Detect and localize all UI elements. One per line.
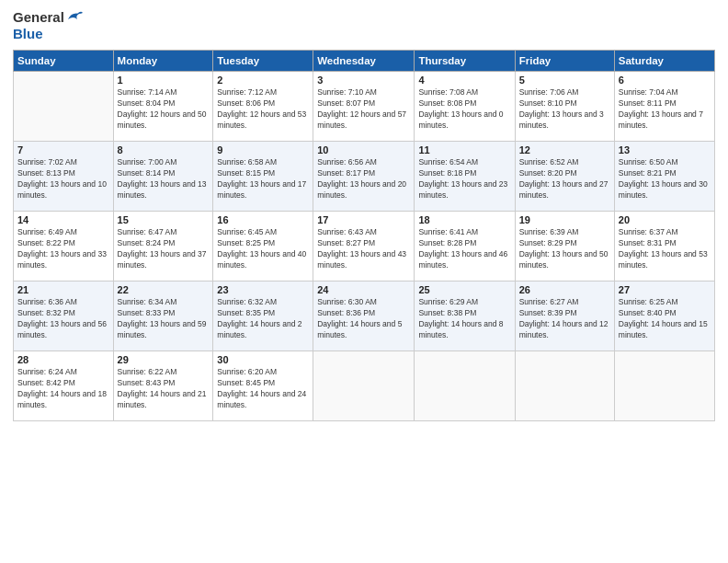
logo-bird-icon <box>66 8 83 25</box>
day-info: Sunrise: 6:58 AMSunset: 8:15 PMDaylight:… <box>217 157 306 200</box>
day-info: Sunrise: 6:25 AMSunset: 8:40 PMDaylight:… <box>619 297 708 339</box>
day-number: 29 <box>118 354 210 365</box>
calendar-week-row: 21 Sunrise: 6:36 AMSunset: 8:32 PMDaylig… <box>14 282 715 351</box>
calendar-cell: 2 Sunrise: 7:12 AMSunset: 8:06 PMDayligh… <box>213 72 313 142</box>
calendar-cell: 11 Sunrise: 6:54 AMSunset: 8:18 PMDaylig… <box>415 142 515 212</box>
day-info: Sunrise: 6:52 AMSunset: 8:20 PMDaylight:… <box>519 157 609 200</box>
header-row: SundayMondayTuesdayWednesdayThursdayFrid… <box>14 51 715 72</box>
calendar-cell: 6 Sunrise: 7:04 AMSunset: 8:11 PMDayligh… <box>614 72 714 142</box>
day-info: Sunrise: 7:10 AMSunset: 8:07 PMDaylight:… <box>317 87 406 130</box>
day-header: Saturday <box>614 51 714 72</box>
header: General Blue <box>13 9 715 42</box>
calendar-cell: 14 Sunrise: 6:49 AMSunset: 8:22 PMDaylig… <box>14 212 114 282</box>
logo-general-text2: General <box>13 9 64 26</box>
calendar-table: SundayMondayTuesdayWednesdayThursdayFrid… <box>13 50 715 421</box>
calendar-cell: 17 Sunrise: 6:43 AMSunset: 8:27 PMDaylig… <box>313 212 415 282</box>
calendar-cell: 7 Sunrise: 7:02 AMSunset: 8:13 PMDayligh… <box>14 142 114 212</box>
day-info: Sunrise: 6:27 AMSunset: 8:39 PMDaylight:… <box>519 297 609 339</box>
day-number: 18 <box>418 214 510 225</box>
calendar-cell: 22 Sunrise: 6:34 AMSunset: 8:33 PMDaylig… <box>113 282 213 351</box>
day-info: Sunrise: 6:20 AMSunset: 8:45 PMDaylight:… <box>217 367 306 409</box>
day-number: 21 <box>17 284 109 295</box>
calendar-cell: 24 Sunrise: 6:30 AMSunset: 8:36 PMDaylig… <box>313 282 415 351</box>
day-number: 2 <box>217 75 309 86</box>
day-info: Sunrise: 6:54 AMSunset: 8:18 PMDaylight:… <box>418 157 507 200</box>
day-number: 17 <box>317 214 410 225</box>
day-number: 25 <box>418 284 510 295</box>
day-info: Sunrise: 7:12 AMSunset: 8:06 PMDaylight:… <box>217 87 306 130</box>
day-header: Wednesday <box>313 51 415 72</box>
day-info: Sunrise: 6:45 AMSunset: 8:25 PMDaylight:… <box>217 227 306 270</box>
day-info: Sunrise: 6:56 AMSunset: 8:17 PMDaylight:… <box>317 157 406 200</box>
day-number: 20 <box>619 214 711 225</box>
day-number: 6 <box>619 75 711 86</box>
day-info: Sunrise: 7:00 AMSunset: 8:14 PMDaylight:… <box>118 157 207 200</box>
day-header: Monday <box>113 51 213 72</box>
calendar-cell: 10 Sunrise: 6:56 AMSunset: 8:17 PMDaylig… <box>313 142 415 212</box>
day-header: Tuesday <box>213 51 313 72</box>
day-info: Sunrise: 6:50 AMSunset: 8:21 PMDaylight:… <box>619 157 708 200</box>
calendar-cell: 15 Sunrise: 6:47 AMSunset: 8:24 PMDaylig… <box>113 212 213 282</box>
day-info: Sunrise: 7:08 AMSunset: 8:08 PMDaylight:… <box>418 87 503 130</box>
day-number: 12 <box>519 144 610 155</box>
day-number: 7 <box>17 144 109 155</box>
calendar-week-row: 1 Sunrise: 7:14 AMSunset: 8:04 PMDayligh… <box>14 72 715 142</box>
day-info: Sunrise: 6:32 AMSunset: 8:35 PMDaylight:… <box>217 297 301 339</box>
day-info: Sunrise: 6:41 AMSunset: 8:28 PMDaylight:… <box>418 227 507 270</box>
calendar-cell <box>614 351 714 421</box>
day-number: 1 <box>118 75 210 86</box>
day-number: 13 <box>619 144 711 155</box>
day-header: Thursday <box>415 51 515 72</box>
day-info: Sunrise: 7:14 AMSunset: 8:04 PMDaylight:… <box>118 87 207 130</box>
calendar-cell: 19 Sunrise: 6:39 AMSunset: 8:29 PMDaylig… <box>515 212 614 282</box>
day-number: 5 <box>519 75 610 86</box>
calendar-cell: 26 Sunrise: 6:27 AMSunset: 8:39 PMDaylig… <box>515 282 614 351</box>
day-info: Sunrise: 6:47 AMSunset: 8:24 PMDaylight:… <box>118 227 207 270</box>
calendar-cell: 21 Sunrise: 6:36 AMSunset: 8:32 PMDaylig… <box>14 282 114 351</box>
day-number: 10 <box>317 144 410 155</box>
calendar-cell: 25 Sunrise: 6:29 AMSunset: 8:38 PMDaylig… <box>415 282 515 351</box>
page: General Blue SundayMondayTuesdayWednesda… <box>0 0 728 563</box>
day-info: Sunrise: 6:22 AMSunset: 8:43 PMDaylight:… <box>118 367 207 409</box>
calendar-cell <box>313 351 415 421</box>
day-info: Sunrise: 6:36 AMSunset: 8:32 PMDaylight:… <box>17 297 107 339</box>
calendar-cell <box>415 351 515 421</box>
day-number: 3 <box>317 75 410 86</box>
logo: General Blue <box>13 9 83 42</box>
calendar-week-row: 7 Sunrise: 7:02 AMSunset: 8:13 PMDayligh… <box>14 142 715 212</box>
calendar-week-row: 28 Sunrise: 6:24 AMSunset: 8:42 PMDaylig… <box>14 351 715 421</box>
day-info: Sunrise: 6:43 AMSunset: 8:27 PMDaylight:… <box>317 227 406 270</box>
day-number: 15 <box>118 214 210 225</box>
day-info: Sunrise: 6:24 AMSunset: 8:42 PMDaylight:… <box>17 367 107 409</box>
calendar-cell: 9 Sunrise: 6:58 AMSunset: 8:15 PMDayligh… <box>213 142 313 212</box>
day-number: 19 <box>519 214 610 225</box>
calendar-cell <box>14 72 114 142</box>
calendar-cell: 8 Sunrise: 7:00 AMSunset: 8:14 PMDayligh… <box>113 142 213 212</box>
calendar-cell: 16 Sunrise: 6:45 AMSunset: 8:25 PMDaylig… <box>213 212 313 282</box>
day-number: 23 <box>217 284 309 295</box>
day-number: 9 <box>217 144 309 155</box>
calendar-cell: 13 Sunrise: 6:50 AMSunset: 8:21 PMDaylig… <box>614 142 714 212</box>
day-number: 14 <box>17 214 109 225</box>
day-number: 28 <box>17 354 109 365</box>
day-info: Sunrise: 6:49 AMSunset: 8:22 PMDaylight:… <box>17 227 107 270</box>
day-info: Sunrise: 6:39 AMSunset: 8:29 PMDaylight:… <box>519 227 609 270</box>
day-info: Sunrise: 7:02 AMSunset: 8:13 PMDaylight:… <box>17 157 107 200</box>
day-info: Sunrise: 7:04 AMSunset: 8:11 PMDaylight:… <box>619 87 703 130</box>
day-number: 22 <box>118 284 210 295</box>
calendar-cell: 4 Sunrise: 7:08 AMSunset: 8:08 PMDayligh… <box>415 72 515 142</box>
day-number: 27 <box>619 284 711 295</box>
calendar-cell: 27 Sunrise: 6:25 AMSunset: 8:40 PMDaylig… <box>614 282 714 351</box>
day-info: Sunrise: 7:06 AMSunset: 8:10 PMDaylight:… <box>519 87 604 130</box>
day-header: Sunday <box>14 51 114 72</box>
calendar-cell: 20 Sunrise: 6:37 AMSunset: 8:31 PMDaylig… <box>614 212 714 282</box>
calendar-cell: 5 Sunrise: 7:06 AMSunset: 8:10 PMDayligh… <box>515 72 614 142</box>
day-info: Sunrise: 6:34 AMSunset: 8:33 PMDaylight:… <box>118 297 207 339</box>
calendar-cell: 3 Sunrise: 7:10 AMSunset: 8:07 PMDayligh… <box>313 72 415 142</box>
day-info: Sunrise: 6:29 AMSunset: 8:38 PMDaylight:… <box>418 297 503 339</box>
calendar-week-row: 14 Sunrise: 6:49 AMSunset: 8:22 PMDaylig… <box>14 212 715 282</box>
day-number: 16 <box>217 214 309 225</box>
day-number: 30 <box>217 354 309 365</box>
calendar-cell: 1 Sunrise: 7:14 AMSunset: 8:04 PMDayligh… <box>113 72 213 142</box>
calendar-cell <box>515 351 614 421</box>
